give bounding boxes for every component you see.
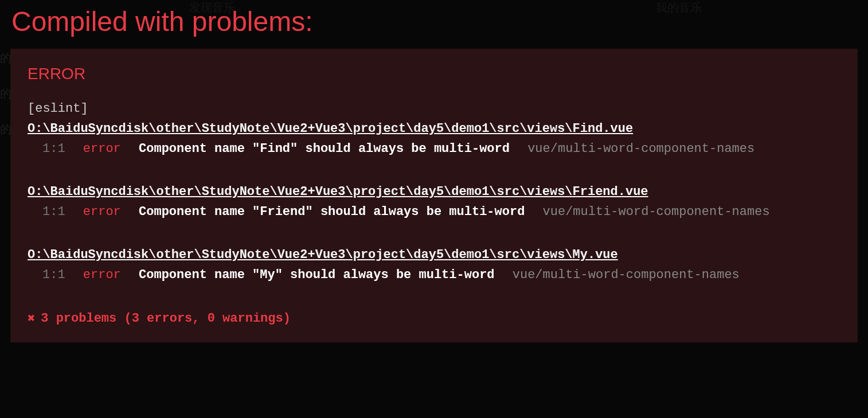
error-detail-line: 1:1 error Component name "Find" should a…: [28, 142, 840, 156]
error-block: O:\BaiduSyncdisk\other\StudyNote\Vue2+Vu…: [28, 248, 840, 282]
line-number: 1:1: [42, 142, 65, 156]
overlay-title: Compiled with problems:: [0, 0, 868, 49]
error-overlay[interactable]: Compiled with problems: ERROR [eslint] O…: [0, 0, 868, 418]
eslint-rule: vue/multi-word-component-names: [527, 142, 754, 156]
line-number: 1:1: [42, 205, 65, 219]
error-level: error: [83, 142, 121, 156]
eslint-tag: [eslint]: [28, 101, 840, 116]
error-block: O:\BaiduSyncdisk\other\StudyNote\Vue2+Vu…: [28, 122, 840, 156]
problems-summary: ✖ 3 problems (3 errors, 0 warnings): [28, 311, 840, 326]
error-block: O:\BaiduSyncdisk\other\StudyNote\Vue2+Vu…: [28, 185, 840, 219]
error-message: Component name "Friend" should always be…: [139, 205, 525, 219]
file-path-link[interactable]: O:\BaiduSyncdisk\other\StudyNote\Vue2+Vu…: [28, 185, 840, 199]
error-level: error: [83, 268, 121, 282]
error-panel: ERROR [eslint] O:\BaiduSyncdisk\other\St…: [10, 49, 858, 342]
error-message: Component name "Find" should always be m…: [139, 142, 510, 156]
file-path-link[interactable]: O:\BaiduSyncdisk\other\StudyNote\Vue2+Vu…: [28, 248, 840, 262]
error-label: ERROR: [28, 65, 840, 83]
error-detail-line: 1:1 error Component name "My" should alw…: [28, 268, 840, 282]
error-level: error: [83, 205, 121, 219]
eslint-rule: vue/multi-word-component-names: [513, 268, 740, 282]
error-detail-line: 1:1 error Component name "Friend" should…: [28, 205, 840, 219]
summary-text: 3 problems (3 errors, 0 warnings): [41, 311, 291, 326]
x-icon: ✖: [28, 311, 35, 326]
file-path-link[interactable]: O:\BaiduSyncdisk\other\StudyNote\Vue2+Vu…: [28, 122, 840, 136]
line-number: 1:1: [42, 268, 65, 282]
error-message: Component name "My" should always be mul…: [139, 268, 495, 282]
eslint-rule: vue/multi-word-component-names: [543, 205, 770, 219]
